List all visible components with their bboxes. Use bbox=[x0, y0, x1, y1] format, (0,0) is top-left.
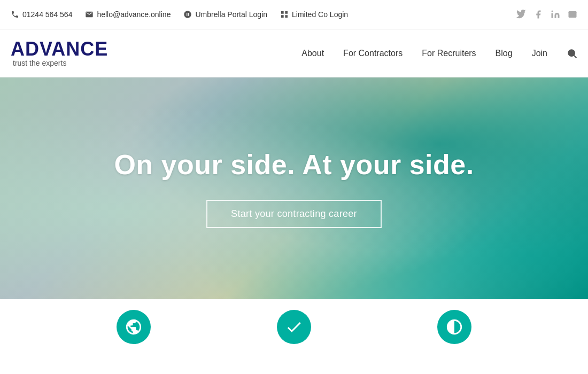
umbrella-icon bbox=[183, 10, 192, 19]
search-icon[interactable] bbox=[567, 48, 577, 59]
globe-icon-circle bbox=[117, 310, 151, 344]
email-link[interactable]: hello@advance.online bbox=[85, 10, 171, 19]
contrast-icon-circle bbox=[437, 310, 471, 344]
linkedin-icon[interactable] bbox=[551, 10, 560, 19]
hero-content: On your side. At your side. Start your c… bbox=[114, 149, 474, 228]
icons-section bbox=[0, 299, 588, 374]
hero-headline: On your side. At your side. bbox=[114, 149, 474, 181]
nav-about[interactable]: About bbox=[301, 49, 324, 58]
social-links bbox=[516, 10, 577, 19]
contrast-icon bbox=[445, 318, 463, 336]
email-icon bbox=[85, 10, 94, 19]
nav-for-contractors[interactable]: For Contractors bbox=[343, 49, 403, 58]
svg-line-2 bbox=[574, 55, 577, 58]
umbrella-login-link[interactable]: Umbrella Portal Login bbox=[183, 10, 267, 19]
nav-blog[interactable]: Blog bbox=[496, 49, 513, 58]
check-icon bbox=[285, 318, 303, 336]
logo-brand: ADVANCE bbox=[11, 40, 108, 59]
hero-cta-button[interactable]: Start your contracting career bbox=[206, 200, 382, 228]
nav-join[interactable]: Join bbox=[532, 49, 547, 58]
check-icon-circle bbox=[277, 310, 311, 344]
svg-point-1 bbox=[568, 50, 575, 56]
top-bar: 01244 564 564 hello@advance.online Umbre… bbox=[0, 0, 588, 29]
logo[interactable]: ADVANCE trust the experts bbox=[11, 40, 108, 67]
top-bar-left: 01244 564 564 hello@advance.online Umbre… bbox=[11, 10, 348, 19]
nav-for-recruiters[interactable]: For Recruiters bbox=[422, 49, 476, 58]
phone-text: 01244 564 564 bbox=[22, 10, 72, 19]
svg-point-0 bbox=[552, 11, 553, 12]
umbrella-login-text: Umbrella Portal Login bbox=[195, 10, 267, 19]
grid-icon bbox=[280, 10, 289, 19]
nav-bar: ADVANCE trust the experts About For Cont… bbox=[0, 29, 588, 77]
phone-icon bbox=[11, 10, 19, 19]
nav-links: About For Contractors For Recruiters Blo… bbox=[301, 48, 577, 59]
limited-login-link[interactable]: Limited Co Login bbox=[280, 10, 348, 19]
email-text: hello@advance.online bbox=[97, 10, 171, 19]
logo-tagline: trust the experts bbox=[13, 59, 108, 67]
mail-icon[interactable] bbox=[568, 10, 577, 19]
phone-link[interactable]: 01244 564 564 bbox=[11, 10, 72, 19]
hero-section: On your side. At your side. Start your c… bbox=[0, 77, 588, 299]
facebook-icon[interactable] bbox=[533, 10, 543, 19]
twitter-icon[interactable] bbox=[516, 10, 526, 19]
globe-icon bbox=[125, 318, 143, 336]
limited-login-text: Limited Co Login bbox=[292, 10, 348, 19]
